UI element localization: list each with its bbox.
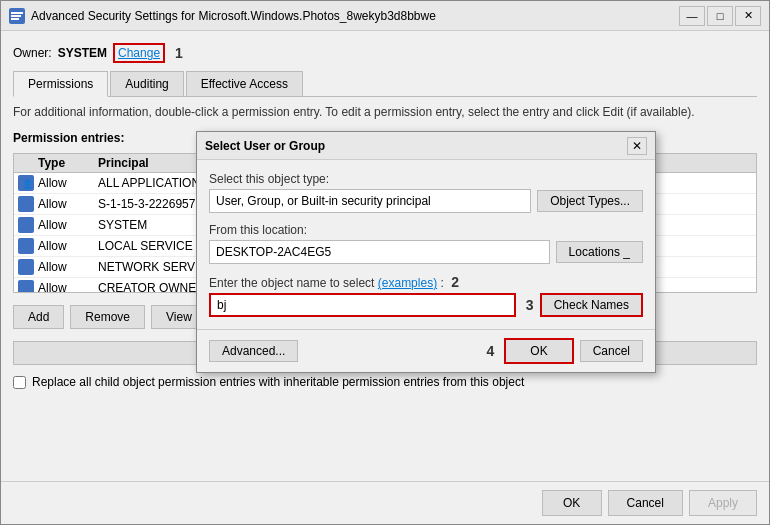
tabs-row: Permissions Auditing Effective Access <box>13 71 757 97</box>
tab-permissions[interactable]: Permissions <box>13 71 108 97</box>
object-type-section: Select this object type: Object Types... <box>209 172 643 213</box>
svg-rect-8 <box>20 240 32 252</box>
step1-badge: 1 <box>175 45 183 61</box>
svg-rect-3 <box>11 18 19 20</box>
cancel-button[interactable]: Cancel <box>608 490 683 516</box>
remove-button[interactable]: Remove <box>70 305 145 329</box>
svg-rect-1 <box>11 12 23 14</box>
checkbox-row: Replace all child object permission entr… <box>13 375 757 389</box>
svg-rect-10 <box>20 282 32 293</box>
locations-button[interactable]: Locations _ <box>556 241 643 263</box>
ok-button[interactable]: OK <box>542 490 602 516</box>
step2-badge: 2 <box>451 274 459 290</box>
step3-badge: 3 <box>526 297 534 313</box>
dialog-close-button[interactable]: ✕ <box>627 137 647 155</box>
change-link[interactable]: Change <box>113 43 165 63</box>
name-label-prefix: Enter the object name to select <box>209 276 374 290</box>
checkbox-label: Replace all child object permission entr… <box>32 375 524 389</box>
object-type-label: Select this object type: <box>209 172 643 186</box>
window-icon <box>9 8 25 24</box>
minimize-button[interactable]: — <box>679 6 705 26</box>
maximize-button[interactable]: □ <box>707 6 733 26</box>
check-names-button[interactable]: Check Names <box>540 293 643 317</box>
svg-text:👤: 👤 <box>22 178 32 189</box>
location-section: From this location: Locations _ <box>209 223 643 264</box>
name-label: Enter the object name to select (example… <box>209 274 643 290</box>
svg-rect-6 <box>20 198 32 210</box>
select-user-dialog: Select User or Group ✕ Select this objec… <box>196 131 656 373</box>
dialog-title-bar: Select User or Group ✕ <box>197 132 655 160</box>
dialog-cancel-button[interactable]: Cancel <box>580 340 643 362</box>
svg-rect-7 <box>20 219 32 231</box>
tab-auditing[interactable]: Auditing <box>110 71 183 96</box>
tab-effective-access[interactable]: Effective Access <box>186 71 303 96</box>
owner-value: SYSTEM <box>58 46 107 60</box>
location-label: From this location: <box>209 223 643 237</box>
advanced-button[interactable]: Advanced... <box>209 340 298 362</box>
title-bar: Advanced Security Settings for Microsoft… <box>1 1 769 31</box>
dialog-body: Select this object type: Object Types...… <box>197 160 655 329</box>
owner-row: Owner: SYSTEM Change 1 <box>13 43 757 63</box>
step4-badge: 4 <box>487 343 495 359</box>
footer-row: OK Cancel Apply <box>1 481 769 524</box>
dialog-footer: Advanced... 4 OK Cancel <box>197 329 655 372</box>
owner-label: Owner: <box>13 46 52 60</box>
name-input[interactable] <box>209 293 516 317</box>
info-text: For additional information, double-click… <box>13 105 757 119</box>
svg-rect-9 <box>20 261 32 273</box>
object-types-button[interactable]: Object Types... <box>537 190 643 212</box>
examples-link[interactable]: (examples) <box>378 276 437 290</box>
location-input[interactable] <box>209 240 550 264</box>
window-title: Advanced Security Settings for Microsoft… <box>31 9 436 23</box>
dialog-ok-button[interactable]: OK <box>504 338 573 364</box>
add-button[interactable]: Add <box>13 305 64 329</box>
close-button[interactable]: ✕ <box>735 6 761 26</box>
name-section: Enter the object name to select (example… <box>209 274 643 317</box>
svg-rect-2 <box>11 15 21 17</box>
replace-child-checkbox[interactable] <box>13 376 26 389</box>
apply-button[interactable]: Apply <box>689 490 757 516</box>
object-type-input[interactable] <box>209 189 531 213</box>
dialog-title: Select User or Group <box>205 139 325 153</box>
